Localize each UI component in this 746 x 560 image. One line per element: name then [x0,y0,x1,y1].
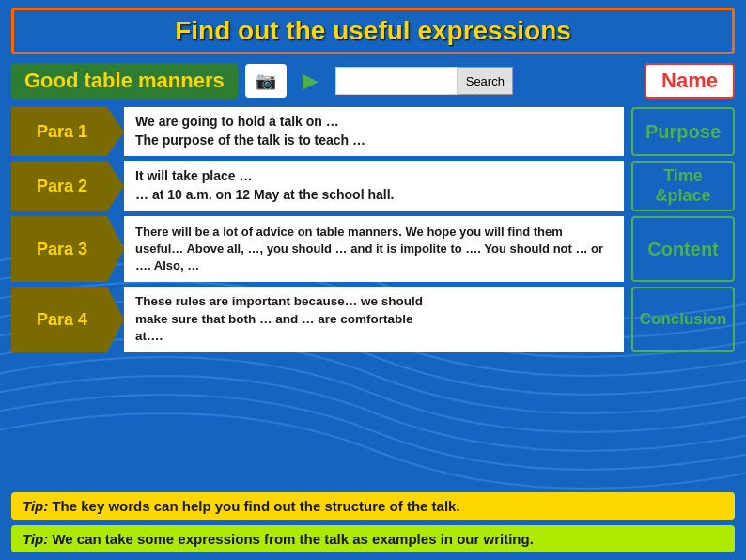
name-box: Name [645,63,735,99]
para-1-label: Para 1 [11,107,124,156]
search-input[interactable] [335,67,458,95]
para-3-tag: Content [631,216,735,282]
good-table-label: Good table manners [11,63,238,99]
para-rows: Para 1 We are going to hold a talk on … … [11,107,735,487]
para-row-2: Para 2 It will take place … … at 10 a.m.… [11,161,735,211]
para-4-label: Para 4 [11,287,124,352]
para-row-4: Para 4 These rules are important because… [11,287,735,352]
play-icon: ▶ [303,69,319,93]
top-row: Good table manners 📷 ▶ Search Name [11,60,735,101]
tip-row-2: Tip: We can take some expressions from t… [11,525,735,552]
tip-2-label: Tip: [23,531,48,547]
camera-icon: 📷 [256,70,276,91]
page-title: Find out the useful expressions [23,16,723,46]
title-bar: Find out the useful expressions [11,8,735,54]
search-box: Search [335,67,513,95]
tip-row-1: Tip: The key words can help you find out… [11,492,735,520]
tip-2-text: We can take some expressions from the ta… [52,531,533,547]
para-4-tag: Conclusion [631,287,735,352]
tip-1-label: Tip: [23,498,48,514]
play-icon-box[interactable]: ▶ [294,64,328,98]
para-row-1: Para 1 We are going to hold a talk on … … [11,107,735,156]
para-1-tag: Purpose [631,107,735,156]
para-2-tag: Time&place [631,161,735,211]
para-row-3: Para 3 There will be a lot of advice on … [11,216,735,282]
para-4-content: These rules are important because… we sh… [124,287,624,352]
para-2-label: Para 2 [11,161,124,211]
search-button[interactable]: Search [458,67,513,95]
para-3-label: Para 3 [11,216,124,282]
camera-icon-box[interactable]: 📷 [245,64,287,98]
para-2-content: It will take place … … at 10 a.m. on 12 … [124,161,624,211]
tip-1-text: The key words can help you find out the … [52,498,459,514]
para-1-content: We are going to hold a talk on … The pur… [124,107,624,156]
para-3-content: There will be a lot of advice on table m… [124,216,624,282]
